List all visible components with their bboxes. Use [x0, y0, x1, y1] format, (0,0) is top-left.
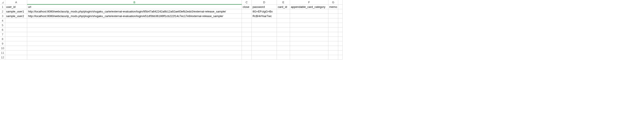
cell[interactable]: [290, 41, 328, 46]
cell[interactable]: http://localhost:8080/webclass/ip_mods.p…: [27, 9, 242, 14]
cell[interactable]: [5, 18, 27, 23]
cell[interactable]: [328, 23, 338, 27]
cell[interactable]: [328, 18, 338, 23]
cell[interactable]: [242, 55, 252, 60]
cell[interactable]: [290, 55, 328, 60]
cell[interactable]: [5, 32, 27, 37]
cell[interactable]: [242, 46, 252, 50]
cell[interactable]: [277, 55, 290, 60]
cell[interactable]: close: [242, 4, 252, 9]
cell[interactable]: [277, 9, 290, 14]
cell[interactable]: [328, 37, 338, 41]
cell[interactable]: [277, 41, 290, 46]
cell[interactable]: [252, 32, 277, 37]
cell[interactable]: [27, 18, 242, 23]
cell[interactable]: [338, 27, 342, 32]
row-number[interactable]: 7: [0, 32, 5, 37]
cell[interactable]: [338, 37, 342, 41]
cell[interactable]: [290, 50, 328, 55]
cell[interactable]: [328, 55, 338, 60]
cell[interactable]: appendable_card_category: [290, 4, 328, 9]
cell[interactable]: Rc$!4#%ar7wc: [252, 14, 277, 18]
cell[interactable]: [290, 18, 328, 23]
cell[interactable]: [27, 46, 242, 50]
cell[interactable]: [328, 41, 338, 46]
cell[interactable]: [338, 41, 342, 46]
cell[interactable]: [252, 55, 277, 60]
spreadsheet[interactable]: A B C D E F G 1 user_id url close passwo…: [0, 0, 644, 60]
cell[interactable]: [328, 32, 338, 37]
select-all-corner[interactable]: [0, 0, 5, 4]
cell[interactable]: [277, 18, 290, 23]
cell[interactable]: [242, 50, 252, 55]
cell[interactable]: [5, 23, 27, 27]
cell[interactable]: [328, 50, 338, 55]
row-number[interactable]: 6: [0, 27, 5, 32]
cell[interactable]: [252, 23, 277, 27]
cell[interactable]: [277, 50, 290, 55]
cell[interactable]: [27, 32, 242, 37]
cell[interactable]: [338, 55, 342, 60]
cell[interactable]: [277, 32, 290, 37]
cell[interactable]: [252, 46, 277, 50]
cell[interactable]: [27, 55, 242, 60]
cell[interactable]: [252, 50, 277, 55]
column-header-B[interactable]: B: [27, 0, 242, 4]
cell[interactable]: [277, 23, 290, 27]
cell[interactable]: [277, 27, 290, 32]
row-number[interactable]: 12: [0, 55, 5, 60]
row-number[interactable]: 11: [0, 50, 5, 55]
cell[interactable]: [290, 27, 328, 32]
column-header-G[interactable]: G: [328, 0, 338, 4]
cell[interactable]: [290, 32, 328, 37]
cell[interactable]: [328, 9, 338, 14]
cell[interactable]: [338, 23, 342, 27]
cell[interactable]: [252, 41, 277, 46]
cell[interactable]: sample_user2: [5, 14, 27, 18]
cell[interactable]: [242, 41, 252, 46]
cell[interactable]: [242, 37, 252, 41]
cell[interactable]: [328, 14, 338, 18]
cell[interactable]: [290, 37, 328, 41]
cell[interactable]: [242, 9, 252, 14]
column-header-F[interactable]: F: [290, 0, 328, 4]
cell[interactable]: [242, 18, 252, 23]
cell[interactable]: [242, 32, 252, 37]
cell[interactable]: [338, 14, 342, 18]
cell[interactable]: [27, 37, 242, 41]
column-header-E[interactable]: E: [277, 0, 290, 4]
column-header-A[interactable]: A: [5, 0, 27, 4]
cell[interactable]: [338, 18, 342, 23]
cell[interactable]: [338, 32, 342, 37]
cell[interactable]: [338, 50, 342, 55]
cell[interactable]: card_id: [277, 4, 290, 9]
cell[interactable]: [290, 14, 328, 18]
cell[interactable]: [338, 9, 342, 14]
cell[interactable]: http://localhost:8080/webclass/ip_mods.p…: [27, 14, 242, 18]
cell[interactable]: [277, 46, 290, 50]
cell[interactable]: password: [252, 4, 277, 9]
cell[interactable]: user_id: [5, 4, 27, 9]
cell[interactable]: [5, 37, 27, 41]
cell[interactable]: [338, 4, 342, 9]
cell[interactable]: 8G=EFctgG>Bx: [252, 9, 277, 14]
column-header-C[interactable]: C: [242, 0, 252, 4]
cell[interactable]: memo: [328, 4, 338, 9]
row-number[interactable]: 1: [0, 4, 5, 9]
column-header-D[interactable]: D: [252, 0, 277, 4]
cell[interactable]: [5, 50, 27, 55]
row-number[interactable]: 10: [0, 46, 5, 50]
cell[interactable]: [277, 37, 290, 41]
cell[interactable]: [27, 50, 242, 55]
cell[interactable]: [277, 14, 290, 18]
cell[interactable]: [338, 46, 342, 50]
row-number[interactable]: 2: [0, 9, 5, 14]
cell[interactable]: [252, 27, 277, 32]
cell[interactable]: url: [27, 4, 242, 9]
cell[interactable]: [290, 46, 328, 50]
cell[interactable]: [328, 27, 338, 32]
cell[interactable]: [5, 46, 27, 50]
row-number[interactable]: 8: [0, 37, 5, 41]
row-number[interactable]: 9: [0, 41, 5, 46]
cell[interactable]: [242, 23, 252, 27]
